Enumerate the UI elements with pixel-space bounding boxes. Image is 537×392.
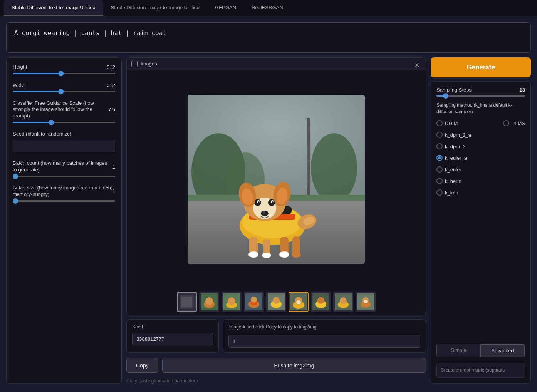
batch-count-label: Batch count (how many batches of images … (13, 160, 112, 173)
copy-button[interactable]: Copy (126, 358, 158, 373)
seed-label-row: Seed (blank to randomize) (13, 131, 115, 137)
copy-paste-label: Copy-paste generation parameters (126, 378, 426, 384)
seed-result-label: Seed (132, 324, 213, 330)
thumbnail-2[interactable] (222, 292, 242, 312)
left-panel: Height 512 Width 512 Classifier Free Gui… (6, 57, 122, 384)
image-panel-label: Images (141, 61, 157, 67)
seed-result-value: 3388812777 (132, 333, 213, 345)
tab-gfpgan[interactable]: GFPGAN (207, 0, 244, 16)
radio-kdpm2[interactable]: k_dpm_2 (436, 143, 525, 149)
radio-kdpm2a[interactable]: k_dpm_2_a (436, 132, 525, 138)
svg-point-29 (272, 201, 274, 203)
tab-simple[interactable]: Simple (437, 344, 480, 357)
svg-rect-7 (307, 118, 310, 195)
height-label-row: Height 512 (13, 64, 115, 70)
thumbnail-6[interactable] (311, 292, 331, 312)
action-buttons-row: Copy Push to img2img (126, 358, 426, 373)
guidance-label: Classifier Free Guidance Scale (how stro… (13, 100, 108, 120)
radio-klms[interactable]: k_lms (436, 189, 525, 196)
guidance-slider-group: Classifier Free Guidance Scale (how stro… (13, 100, 115, 124)
center-panel: Images ✕ (126, 57, 426, 384)
batch-count-group: Batch count (how many batches of images … (13, 160, 115, 177)
svg-point-48 (251, 297, 257, 303)
batch-size-label: Batch size (how many images are in a bat… (13, 185, 112, 198)
sampling-steps-label-row: Sampling Steps 13 (436, 87, 525, 93)
height-label: Height (13, 64, 27, 70)
seed-result-box: Seed 3388812777 (126, 319, 219, 353)
guidance-slider[interactable] (13, 122, 115, 123)
tabs-bar: Stable Diffusion Text-to-Image Unified S… (0, 0, 537, 16)
image-main (127, 70, 426, 289)
width-slider[interactable] (13, 91, 115, 92)
image-display-area: Images ✕ (126, 57, 426, 315)
batch-size-label-row: Batch size (how many images are in a bat… (13, 185, 115, 198)
prompt-input[interactable]: A corgi wearing | pants | hat | rain coa… (6, 22, 531, 53)
radio-circle-klms (436, 189, 443, 196)
width-label-row: Width 512 (13, 82, 115, 89)
radio-kheun[interactable]: k_heun (436, 178, 525, 184)
radio-label-keuler: k_euler (445, 167, 461, 173)
height-slider[interactable] (13, 73, 115, 74)
radio-circle-ddim (436, 120, 443, 126)
thumbnail-8[interactable] (356, 292, 376, 312)
thumbnail-1[interactable] (199, 292, 219, 312)
radio-circle-kdpm2a (436, 132, 443, 138)
batch-size-value: 1 (112, 188, 115, 194)
create-prompt-text: Create prompt matrix (separate (441, 367, 521, 374)
guidance-value: 7.5 (108, 107, 115, 112)
thumbnail-7[interactable] (333, 292, 353, 312)
guidance-label-row: Classifier Free Guidance Scale (how stro… (13, 100, 115, 120)
radio-label-klms: k_lms (445, 190, 458, 196)
tab-realesrgan[interactable]: RealESRGAN (244, 0, 291, 16)
svg-point-23 (262, 211, 265, 214)
sampling-steps-slider[interactable] (436, 95, 525, 97)
svg-point-51 (273, 297, 280, 304)
radio-keuler[interactable]: k_euler (436, 166, 525, 173)
thumbnail-4[interactable] (266, 292, 286, 312)
sampling-steps-label: Sampling Steps (436, 87, 472, 93)
svg-point-28 (258, 201, 260, 203)
close-button[interactable]: ✕ (412, 61, 422, 70)
radio-circle-kheun (436, 178, 443, 184)
svg-point-18 (279, 251, 289, 258)
radio-circle-keulera (436, 155, 443, 161)
radio-label-keulera: k_euler_a (445, 155, 467, 161)
push-to-img2img-button[interactable]: Push to img2img (162, 358, 426, 373)
thumbnail-5[interactable] (289, 292, 309, 312)
sampling-steps-value: 13 (520, 87, 525, 93)
svg-point-58 (317, 297, 324, 304)
content-row: Height 512 Width 512 Classifier Free Gui… (6, 57, 531, 384)
image-panel-header: Images ✕ (127, 58, 426, 70)
image-number-input[interactable] (228, 335, 420, 348)
seed-group: Seed (blank to randomize) (13, 131, 115, 152)
batch-count-slider[interactable] (13, 176, 115, 177)
radio-circle-plms (503, 120, 509, 126)
batch-size-slider[interactable] (13, 200, 115, 202)
radio-plms[interactable]: PLMS (503, 120, 525, 126)
tab-img2img[interactable]: Stable Diffusion Image-to-Image Unified (103, 0, 207, 16)
svg-point-17 (262, 253, 271, 258)
copy-info-label: Image # and click Copy to copy to img2im… (228, 324, 420, 330)
svg-point-61 (340, 297, 347, 304)
svg-rect-38 (181, 297, 192, 307)
svg-point-65 (364, 300, 368, 303)
tab-advanced[interactable]: Advanced (480, 344, 525, 357)
seed-label: Seed (blank to randomize) (13, 131, 71, 137)
radio-label-kheun: k_heun (445, 178, 461, 184)
thumbnail-3[interactable] (244, 292, 264, 312)
radio-circle-keuler (436, 166, 443, 173)
width-label: Width (13, 82, 25, 89)
bottom-row: Seed 3388812777 Image # and click Copy t… (126, 319, 426, 353)
width-value: 512 (107, 82, 115, 88)
generate-button[interactable]: Generate (431, 57, 531, 77)
create-prompt-box: Create prompt matrix (separate (436, 363, 525, 378)
thumbnail-0[interactable] (177, 292, 197, 312)
simple-advanced-tabs: Simple Advanced (436, 344, 525, 357)
height-slider-group: Height 512 (13, 64, 115, 74)
svg-point-16 (248, 251, 258, 258)
seed-input[interactable] (13, 140, 115, 152)
radio-keulera[interactable]: k_euler_a (436, 155, 525, 161)
right-settings: Sampling Steps 13 Sampling method (k_lms… (431, 81, 531, 384)
radio-ddim[interactable]: DDIM (436, 120, 458, 126)
tab-txt2img[interactable]: Stable Diffusion Text-to-Image Unified (4, 0, 103, 16)
